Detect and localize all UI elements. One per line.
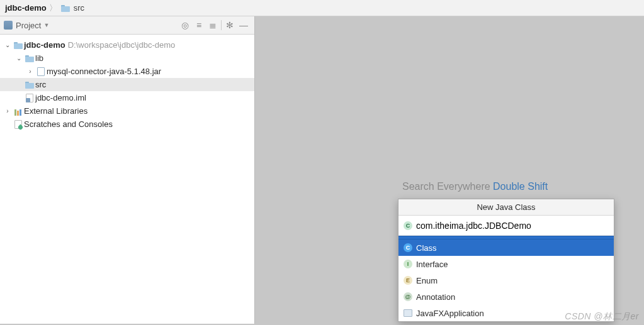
class-name-input[interactable]: [416, 221, 609, 231]
gear-icon[interactable]: ✻: [223, 20, 237, 30]
option-class[interactable]: C Class: [398, 240, 614, 256]
locate-icon[interactable]: ◎: [178, 20, 192, 30]
class-name-input-row[interactable]: C: [398, 216, 614, 236]
project-panel-header: Project ▼ ◎ ≡ ≣ ✻ —: [0, 16, 254, 35]
source-folder-icon: [24, 81, 35, 89]
option-annotation[interactable]: @ Annotation: [398, 289, 614, 305]
breadcrumb: jdbc-demo 〉 src: [0, 0, 644, 16]
tree-label: Scratches and Consoles: [24, 119, 113, 129]
option-interface[interactable]: I Interface: [398, 256, 614, 272]
interface-icon: I: [404, 260, 412, 268]
collapse-all-icon[interactable]: ≣: [206, 20, 220, 30]
tree-label: lib: [35, 53, 43, 63]
tree-path: D:\workspace\jdbc\jdbc-demo: [68, 40, 176, 50]
tree-label: src: [35, 80, 46, 89]
javafx-icon: [404, 309, 412, 317]
option-label: Interface: [416, 260, 448, 269]
project-tool-window: Project ▼ ◎ ≡ ≣ ✻ — ⌄ jdbc-demo D:\works…: [0, 16, 255, 324]
class-icon: C: [404, 221, 412, 230]
new-java-class-popup[interactable]: New Java Class C C Class I Interface E E…: [398, 199, 614, 322]
tree-node-jar[interactable]: › mysql-connector-java-5.1.48.jar: [0, 65, 254, 78]
iml-file-icon: [24, 94, 35, 102]
folder-icon: [60, 4, 71, 12]
tree-label: jdbc-demo.iml: [35, 93, 86, 102]
tree-node-external-libraries[interactable]: › External Libraries: [0, 104, 254, 118]
option-label: Enum: [416, 276, 438, 285]
hint-shortcut: Double Shift: [493, 181, 548, 192]
chevron-right-icon[interactable]: ›: [3, 107, 13, 114]
tree-node-scratches[interactable]: › Scratches and Consoles: [0, 118, 254, 131]
chevron-down-icon[interactable]: ▼: [43, 22, 49, 28]
tree-label: External Libraries: [24, 106, 88, 116]
option-label: Class: [416, 243, 437, 253]
tree-label: jdbc-demo: [24, 40, 65, 50]
hint-text: Search Everywhere: [402, 181, 493, 192]
breadcrumb-root[interactable]: jdbc-demo: [5, 3, 47, 13]
hide-icon[interactable]: —: [237, 20, 251, 30]
tree-node-src[interactable]: › src: [0, 78, 254, 91]
search-everywhere-hint: Search Everywhere Double Shift: [402, 181, 548, 192]
class-icon: C: [404, 243, 412, 252]
enum-icon: E: [404, 276, 412, 285]
folder-icon: [24, 55, 35, 62]
file-icon: [35, 67, 47, 76]
option-enum[interactable]: E Enum: [398, 272, 614, 289]
tree-node-iml[interactable]: › jdbc-demo.iml: [0, 91, 254, 104]
chevron-down-icon[interactable]: ⌄: [3, 41, 13, 48]
module-icon: [13, 41, 24, 49]
expand-all-icon[interactable]: ≡: [192, 20, 206, 30]
breadcrumb-src[interactable]: src: [74, 3, 84, 13]
project-tree[interactable]: ⌄ jdbc-demo D:\workspace\jdbc\jdbc-demo …: [0, 35, 254, 131]
tree-node-root[interactable]: ⌄ jdbc-demo D:\workspace\jdbc\jdbc-demo: [0, 38, 254, 52]
annotation-icon: @: [404, 292, 412, 301]
option-label: JavaFXApplication: [416, 309, 484, 318]
chevron-down-icon[interactable]: ⌄: [14, 55, 24, 62]
option-javafx[interactable]: JavaFXApplication: [398, 305, 614, 321]
option-label: Annotation: [416, 292, 455, 302]
project-view-label[interactable]: Project: [16, 21, 41, 30]
library-icon: [13, 108, 24, 114]
popup-title: New Java Class: [398, 199, 614, 216]
tree-node-lib[interactable]: ⌄ lib: [0, 52, 254, 65]
tree-label: mysql-connector-java-5.1.48.jar: [47, 67, 161, 76]
project-view-icon: [4, 21, 13, 30]
separator: [221, 20, 222, 30]
chevron-right-icon[interactable]: ›: [25, 68, 35, 75]
chevron-right-icon: 〉: [49, 3, 57, 14]
scratch-icon: [13, 120, 24, 129]
